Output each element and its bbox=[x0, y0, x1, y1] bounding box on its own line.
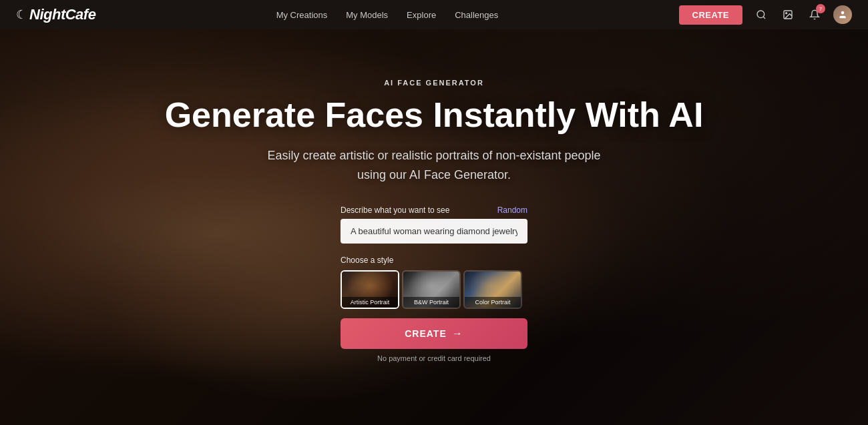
my-models-link[interactable]: My Models bbox=[346, 10, 388, 20]
subtitle: Easily create artistic or realistic port… bbox=[267, 146, 600, 185]
challenges-link[interactable]: Challenges bbox=[455, 10, 498, 20]
arrow-right-icon: → bbox=[452, 328, 463, 340]
main-content: AI FACE GENERATOR Generate Faces Instant… bbox=[0, 29, 868, 425]
nav-actions: CREATE 7 bbox=[679, 5, 852, 25]
svg-point-0 bbox=[757, 11, 765, 18]
svg-point-4 bbox=[841, 11, 845, 15]
section-label: AI FACE GENERATOR bbox=[384, 79, 484, 87]
nav-links: My Creations My Models Explore Challenge… bbox=[276, 10, 499, 20]
create-button[interactable]: CREATE → bbox=[341, 318, 527, 349]
style-card-bw[interactable]: B&W Portrait bbox=[402, 270, 461, 309]
explore-link[interactable]: Explore bbox=[407, 10, 436, 20]
create-button-label: CREATE bbox=[405, 328, 447, 339]
search-icon[interactable] bbox=[753, 7, 769, 23]
color-label: Color Portrait bbox=[465, 297, 521, 308]
main-title: Generate Faces Instantly With AI bbox=[165, 96, 704, 134]
my-creations-link[interactable]: My Creations bbox=[276, 10, 328, 20]
style-card-color[interactable]: Color Portrait bbox=[463, 270, 522, 309]
describe-input[interactable] bbox=[341, 219, 527, 244]
random-link[interactable]: Random bbox=[497, 205, 527, 215]
subtitle-line2: using our AI Face Generator. bbox=[357, 168, 511, 181]
notifications-wrapper: 7 bbox=[807, 7, 823, 23]
creation-form: Describe what you want to see Random Cho… bbox=[341, 205, 527, 362]
choose-style-label: Choose a style bbox=[341, 256, 527, 265]
logo[interactable]: ☾ NightCafe bbox=[16, 6, 95, 23]
bw-label: B&W Portrait bbox=[403, 297, 459, 308]
artistic-label: Artistic Portrait bbox=[342, 297, 398, 308]
subtitle-line1: Easily create artistic or realistic port… bbox=[267, 149, 600, 162]
avatar[interactable] bbox=[833, 5, 852, 24]
logo-text: NightCafe bbox=[29, 6, 95, 23]
notification-badge: 7 bbox=[816, 4, 825, 13]
no-payment-text: No payment or credit card required bbox=[341, 354, 527, 362]
navbar: ☾ NightCafe My Creations My Models Explo… bbox=[0, 0, 868, 29]
describe-label: Describe what you want to see bbox=[341, 205, 449, 215]
nav-create-button[interactable]: CREATE bbox=[679, 5, 742, 25]
image-gallery-icon[interactable] bbox=[780, 7, 796, 23]
style-card-artistic[interactable]: Artistic Portrait bbox=[341, 270, 399, 309]
svg-line-1 bbox=[763, 17, 765, 19]
describe-row: Describe what you want to see Random bbox=[341, 205, 527, 215]
svg-point-3 bbox=[786, 13, 787, 14]
style-options: Artistic Portrait B&W Portrait Color Por… bbox=[341, 270, 527, 309]
logo-moon-icon: ☾ bbox=[16, 7, 27, 22]
